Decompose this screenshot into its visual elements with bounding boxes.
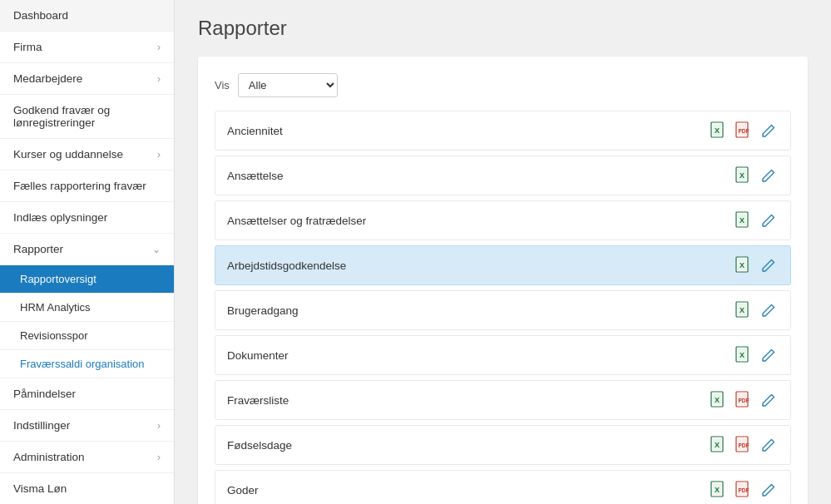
edit-icon[interactable] (759, 390, 779, 410)
report-row[interactable]: Anciennitet X PDF (215, 111, 791, 151)
report-row[interactable]: Goder X PDF (215, 470, 791, 504)
report-row[interactable]: Fraværsliste X PDF (215, 380, 791, 420)
filter-select[interactable]: AlleMineDelte (238, 73, 338, 97)
excel-icon[interactable]: X (734, 210, 754, 230)
content-card: Vis AlleMineDelte Anciennitet X PDF Ansæ… (198, 57, 808, 504)
reports-list: Anciennitet X PDF Ansættelse X Ansættels… (215, 111, 791, 504)
report-row[interactable]: Ansættelse X (215, 156, 791, 195)
edit-icon[interactable] (759, 345, 779, 365)
report-name: Fødselsdage (227, 439, 292, 452)
report-actions: X (734, 345, 779, 365)
svg-text:X: X (739, 351, 744, 359)
sidebar-item-pamindelser[interactable]: Påmindelser (0, 378, 174, 410)
edit-icon[interactable] (759, 210, 779, 230)
sidebar-item-administration[interactable]: Administration› (0, 442, 174, 473)
report-name: Brugeradgang (227, 304, 299, 317)
chevron-icon: ⌄ (152, 244, 161, 255)
chevron-icon: › (157, 452, 161, 463)
svg-text:X: X (715, 126, 720, 135)
sidebar-item-medarbejdere[interactable]: Medarbejdere› (0, 63, 174, 95)
svg-text:PDF: PDF (739, 442, 749, 448)
page-title: Rapporter (198, 17, 808, 40)
report-name: Ansættelser og fratrædelser (227, 215, 366, 227)
svg-text:PDF: PDF (739, 487, 749, 493)
excel-icon[interactable]: X (734, 255, 754, 275)
report-name: Ansættelse (227, 170, 284, 182)
sidebar-item-dashboard[interactable]: Dashboard (0, 0, 174, 32)
sidebar-item-godkend[interactable]: Godkend fravær og lønregistreringer (0, 95, 174, 139)
report-actions: X PDF (709, 390, 779, 410)
sidebar-item-hrm[interactable]: HRM Analytics (0, 294, 174, 322)
sidebar-item-indlaes[interactable]: Indlæs oplysninger (0, 202, 174, 234)
sidebar-item-kurser[interactable]: Kurser og uddannelse› (0, 139, 174, 170)
sidebar-item-vismalon[interactable]: Visma Løn (0, 473, 174, 504)
report-row[interactable]: Brugeradgang X (215, 290, 791, 330)
excel-icon[interactable]: X (709, 390, 729, 410)
excel-icon[interactable]: X (709, 435, 729, 455)
svg-text:PDF: PDF (739, 398, 749, 403)
sidebar-item-label: Visma Løn (13, 482, 67, 495)
sidebar-item-rapportoversigt[interactable]: Rapportoversigt (0, 265, 174, 294)
report-actions: X PDF (709, 121, 779, 141)
svg-text:X: X (715, 441, 720, 449)
sidebar-item-rapporter[interactable]: Rapporter⌄ (0, 234, 174, 265)
sidebar-item-label: Godkend fravær og lønregistreringer (13, 104, 161, 129)
report-row[interactable]: Dokumenter X (215, 335, 791, 375)
report-actions: X PDF (709, 435, 779, 455)
report-name: Fraværsliste (227, 394, 289, 407)
filter-row: Vis AlleMineDelte (215, 73, 791, 97)
edit-icon[interactable] (759, 121, 779, 141)
main-content: Rapporter Vis AlleMineDelte Anciennitet … (175, 0, 831, 504)
edit-icon[interactable] (759, 255, 779, 275)
svg-text:X: X (715, 396, 720, 404)
edit-icon[interactable] (759, 300, 779, 320)
sidebar-item-firma[interactable]: Firma› (0, 32, 174, 63)
pdf-icon[interactable]: PDF (734, 121, 754, 141)
sidebar-item-label: Administration (13, 451, 85, 463)
sidebar-item-label: Påmindelser (13, 388, 76, 400)
chevron-icon: › (157, 149, 161, 161)
report-row[interactable]: Ansættelser og fratrædelser X (215, 200, 791, 240)
chevron-icon: › (157, 73, 161, 85)
excel-icon[interactable]: X (734, 166, 754, 185)
excel-icon[interactable]: X (734, 345, 754, 365)
report-actions: X (734, 255, 779, 275)
svg-text:X: X (739, 171, 744, 180)
svg-text:X: X (739, 306, 744, 314)
report-name: Anciennitet (227, 125, 283, 137)
pdf-icon[interactable]: PDF (734, 390, 754, 410)
excel-icon[interactable]: X (709, 121, 729, 141)
chevron-icon: › (157, 42, 161, 53)
report-row[interactable]: Fødselsdage X PDF (215, 425, 791, 465)
svg-text:X: X (715, 486, 720, 494)
report-actions: X (734, 166, 779, 185)
sidebar-item-indstillinger[interactable]: Indstillinger› (0, 410, 174, 442)
svg-text:X: X (739, 261, 744, 269)
sidebar-item-label: Indlæs oplysninger (13, 211, 107, 224)
edit-icon[interactable] (759, 435, 779, 455)
pdf-icon[interactable]: PDF (734, 480, 754, 500)
svg-text:X: X (739, 216, 744, 225)
report-actions: X PDF (709, 480, 779, 500)
excel-icon[interactable]: X (734, 300, 754, 320)
sidebar-item-fravaerssaldi[interactable]: Fraværssaldi organisation (0, 350, 174, 378)
report-name: Goder (227, 484, 259, 497)
svg-text:PDF: PDF (739, 128, 749, 134)
sidebar-item-faelles[interactable]: Fælles rapportering fravær (0, 170, 174, 202)
edit-icon[interactable] (759, 166, 779, 185)
sidebar-item-label: Fælles rapportering fravær (13, 180, 146, 192)
report-row[interactable]: Arbejdstidsgodkendelse X (215, 245, 791, 285)
filter-label: Vis (215, 79, 230, 91)
sidebar-item-label: Medarbejdere (13, 72, 82, 85)
report-actions: X (734, 300, 779, 320)
chevron-icon: › (157, 420, 161, 432)
sidebar-item-label: Dashboard (13, 9, 68, 22)
sidebar: DashboardFirma›Medarbejdere›Godkend frav… (0, 0, 175, 504)
edit-icon[interactable] (759, 480, 779, 500)
excel-icon[interactable]: X (709, 480, 729, 500)
sidebar-item-label: Firma (13, 41, 42, 53)
sidebar-item-revisionsspor[interactable]: Revisionsspor (0, 322, 174, 350)
sidebar-item-label: Indstillinger (13, 419, 70, 432)
sidebar-item-label: Kurser og uddannelse (13, 148, 123, 161)
pdf-icon[interactable]: PDF (734, 435, 754, 455)
